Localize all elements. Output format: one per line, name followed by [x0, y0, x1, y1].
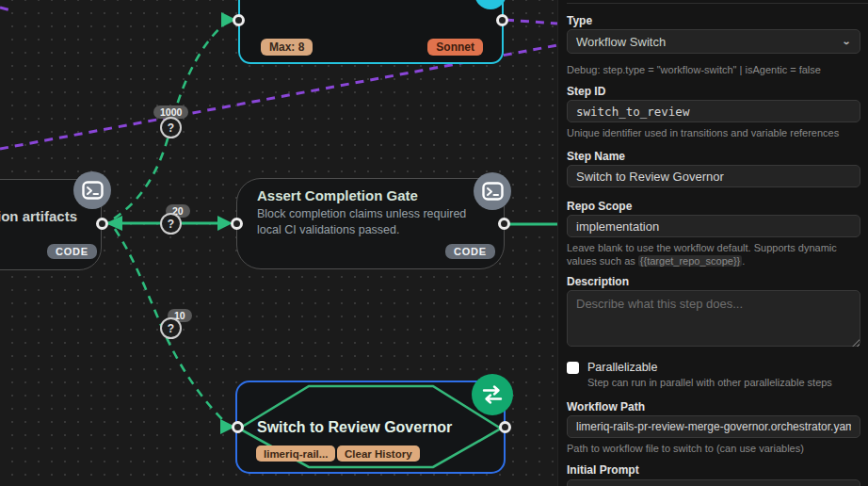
- parallelizable-help: Step can run in parallel with other para…: [587, 377, 868, 390]
- description-textarea[interactable]: [567, 290, 860, 347]
- handle-switch-right[interactable]: [499, 421, 511, 433]
- handle-assert-right[interactable]: [498, 218, 510, 230]
- edge-question-button[interactable]: ?: [160, 317, 182, 339]
- model-badge: Sonnet: [427, 39, 483, 56]
- chevron-down-icon: ⌄: [842, 36, 851, 46]
- handle-top-node-right[interactable]: [496, 14, 508, 26]
- swap-arrows-icon: [472, 374, 513, 415]
- edge-question-button[interactable]: ?: [160, 213, 182, 235]
- clear-history-badge: Clear History: [337, 446, 420, 462]
- workflow-canvas[interactable]: 1000 ? 20 ? 10 ? Max: 8 Sonnet ion artif…: [0, 0, 557, 486]
- node-assert-completion-gate[interactable]: Assert Completion Gate Block completion …: [236, 178, 505, 269]
- repo-scope-help-code: {{target_repo_scope}}: [638, 255, 742, 267]
- code-badge: CODE: [47, 244, 97, 259]
- node-switch-to-review-governor[interactable]: Switch to Review Governor limeriq-rail..…: [235, 381, 506, 474]
- terminal-icon: [474, 172, 511, 210]
- step-properties-panel: Type Workflow Switch ⌄ Debug: step.type …: [557, 0, 868, 486]
- step-id-label: Step ID: [567, 85, 605, 98]
- panel-divider: [567, 3, 868, 4]
- repo-scope-help-suffix: .: [742, 255, 745, 267]
- type-select[interactable]: Workflow Switch ⌄: [567, 29, 860, 54]
- node-title: Switch to Review Governor: [257, 419, 452, 436]
- node-description: Block completion claims unless required …: [257, 206, 478, 238]
- node-artifacts[interactable]: ion artifacts CODE: [0, 179, 102, 270]
- terminal-icon: [73, 171, 111, 209]
- node-title: ion artifacts: [0, 208, 77, 224]
- repo-scope-input[interactable]: [567, 215, 860, 237]
- workflow-path-label: Workflow Path: [567, 400, 645, 413]
- step-id-input[interactable]: [567, 100, 860, 122]
- node-agent-top[interactable]: Max: 8 Sonnet: [238, 0, 504, 64]
- initial-prompt-input[interactable]: [567, 479, 860, 486]
- type-label: Type: [567, 14, 592, 27]
- max-iterations-badge: Max: 8: [261, 39, 313, 56]
- initial-prompt-label: Initial Prompt: [567, 463, 639, 477]
- handle-switch-left[interactable]: [232, 421, 244, 433]
- workflow-path-help: Path to workflow file to switch to (can …: [567, 443, 863, 456]
- parallelizable-checkbox[interactable]: [567, 362, 579, 374]
- step-id-help: Unique identifier used in transitions an…: [567, 127, 863, 140]
- node-title: Assert Completion Gate: [257, 187, 418, 203]
- repo-scope-help: Leave blank to use the workflow default.…: [567, 242, 863, 267]
- workflow-path-input[interactable]: [567, 415, 860, 438]
- handle-artifacts-right[interactable]: [96, 218, 108, 230]
- debug-info: Debug: step.type = "workflow-switch" | i…: [567, 64, 863, 77]
- edge-purple-corner: [0, 8, 11, 10]
- step-name-label: Step Name: [567, 150, 625, 163]
- workflow-editor: 1000 ? 20 ? 10 ? Max: 8 Sonnet ion artif…: [0, 0, 868, 486]
- description-label: Description: [567, 275, 629, 288]
- type-select-value: Workflow Switch: [576, 35, 666, 49]
- step-name-input[interactable]: [567, 165, 860, 187]
- workflow-file-badge: limeriq-rail...: [256, 446, 335, 462]
- parallelizable-label: Parallelizable: [587, 361, 657, 374]
- handle-assert-left[interactable]: [231, 218, 243, 230]
- repo-scope-label: Repo Scope: [567, 200, 632, 213]
- handle-top-node-left[interactable]: [233, 14, 245, 26]
- edge-purple-top: [506, 20, 557, 24]
- edge-question-button[interactable]: ?: [160, 117, 182, 138]
- code-badge: CODE: [445, 244, 495, 259]
